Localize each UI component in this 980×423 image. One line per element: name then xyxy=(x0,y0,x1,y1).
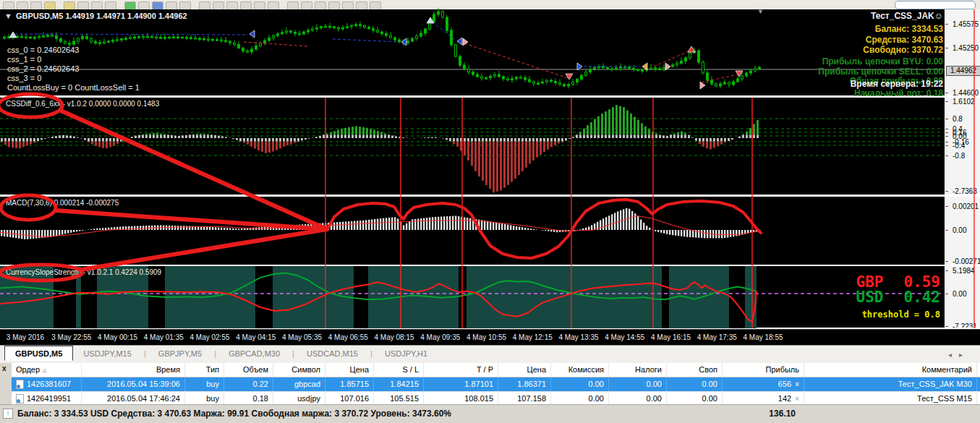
column-header[interactable]: Цена xyxy=(498,363,551,377)
tab-separator: | xyxy=(212,349,218,358)
chart-shift-icon[interactable]: ▼ xyxy=(757,8,764,15)
tab-separator: | xyxy=(290,349,297,358)
time-axis-label: 4 May 05:35 xyxy=(278,333,326,341)
column-header[interactable]: Ордер ▵ xyxy=(12,363,82,377)
order-cell: buy xyxy=(185,377,224,391)
account-info-line: Прибыль цепочки SELL: 0.00 xyxy=(818,67,943,77)
account-info-line: Тест_CSS_JAK☺ xyxy=(871,11,943,21)
column-header[interactable]: Налоги xyxy=(609,363,667,377)
order-cell: 0.00 xyxy=(667,377,723,391)
scale-tick-label: 1.6102 xyxy=(953,98,975,106)
close-terminal-button[interactable]: x xyxy=(2,364,7,372)
order-cell: 1.86371 xyxy=(498,377,551,391)
column-header[interactable]: Объем xyxy=(224,363,273,377)
search-input[interactable] xyxy=(895,1,976,9)
order-cell: 1.85715 xyxy=(325,377,374,391)
time-axis-label: 4 May 12:15 xyxy=(508,333,556,341)
time-axis-label: 4 May 18:55 xyxy=(739,333,787,341)
time-axis-label: 4 May 04:15 xyxy=(232,333,280,341)
account-summary: Баланс: 3 334.53 USD Средства: 3 470.63 … xyxy=(17,409,451,419)
time-axis-label: 4 May 13:35 xyxy=(555,333,602,341)
scale-tick-label: -0.4 xyxy=(953,142,965,150)
scale-tick-label: 1.45250 xyxy=(953,44,979,52)
scale-tick-label: 0.00201 xyxy=(953,202,979,210)
time-axis-label: 3 May 2016 xyxy=(1,333,49,341)
account-info-line: Свободно: 3370.72 xyxy=(863,45,943,55)
tab-scroll-arrows[interactable]: ◂▸ xyxy=(948,351,970,359)
account-info-line: Прибыль цепочки BYU: 0.00 xyxy=(822,56,943,67)
account-info-line: Средства: 3470.63 xyxy=(866,35,943,45)
time-axis-label: 4 May 02:55 xyxy=(186,333,234,341)
column-header[interactable]: Прибыль xyxy=(723,363,804,377)
connection-status-icon: ↑ xyxy=(3,409,13,419)
column-header[interactable]: T / P xyxy=(424,363,498,377)
orders-table: Ордер ▵ВремяТипОбъемСимволЦенаS / LT / P… xyxy=(12,363,980,406)
time-axis-label: 4 May 16:15 xyxy=(647,333,695,341)
column-header[interactable]: Время xyxy=(82,363,185,377)
chart-tab-usdjpy-m15[interactable]: USDJPY,M15 xyxy=(73,346,141,360)
account-info-line: Начальный лот: 0.18 xyxy=(854,88,943,98)
macd-label: MACD(7,30,6) 0.000214 -0.000275 xyxy=(6,199,119,207)
time-axis-label: 4 May 10:55 xyxy=(463,333,511,341)
order-cell: 1.84215 xyxy=(374,377,424,391)
threshold-label: threshold = 0.8 xyxy=(788,309,940,320)
tab-separator: | xyxy=(368,349,375,358)
toolbar xyxy=(0,0,980,10)
terminal-panel: x Ордер ▵ВремяТипОбъемСимволЦенаS / LT /… xyxy=(0,363,980,423)
column-header[interactable]: Тип xyxy=(185,363,224,377)
order-doc-icon xyxy=(16,380,24,389)
window-collapse-icon[interactable]: ▼ xyxy=(4,12,12,20)
table-header-row: Ордер ▵ВремяТипОбъемСимволЦенаS / LT / P… xyxy=(12,363,980,377)
chart-tab-usdcad-m15[interactable]: USDCAD,M15 xyxy=(297,346,368,360)
column-header[interactable]: Комментарий xyxy=(804,363,977,377)
status-bar: ↑ Баланс: 3 334.53 USD Средства: 3 470.6… xyxy=(0,404,980,423)
order-cell: 656× xyxy=(723,377,804,391)
scale-tick-label: 0.00 xyxy=(953,290,966,298)
total-profit: 136.10 xyxy=(723,409,796,419)
order-cell: 0.00 xyxy=(551,377,609,391)
indicator-info-line: css_0 = 0.24602643 xyxy=(7,46,79,54)
close-order-button[interactable]: × xyxy=(795,395,799,403)
order-cell: gbpcad xyxy=(273,377,325,391)
scale-tick-label: 0.8 xyxy=(953,115,963,123)
pane-separator[interactable] xyxy=(0,195,980,197)
column-header[interactable]: Своп xyxy=(667,363,723,377)
column-header[interactable]: S / L xyxy=(374,363,424,377)
sort-icon: ▵ xyxy=(43,363,47,377)
pane-separator[interactable] xyxy=(0,95,980,98)
time-axis-label: 3 May 22:55 xyxy=(48,333,95,341)
chart-tab-gbpusd-m5[interactable]: GBPUSD,M5 xyxy=(4,346,73,361)
order-cell: Тест_CSS_JAK M30 xyxy=(804,377,977,391)
time-axis[interactable]: 3 May 20163 May 22:554 May 00:154 May 01… xyxy=(0,329,980,346)
current-price-box: 1.44962 xyxy=(946,66,980,76)
time-axis-label: 4 May 09:35 xyxy=(417,333,464,341)
chart-tab-gbpcad-m30[interactable]: GBPCAD,M30 xyxy=(218,346,290,360)
indicator-info-line: css_3 = 0 xyxy=(7,74,41,82)
time-axis-label: 4 May 17:35 xyxy=(693,333,741,341)
order-row[interactable]: 14263816072016.05.04 15:39:06buy0.22gbpc… xyxy=(12,377,980,392)
indicator-info-line: css_1 = 0 xyxy=(7,55,41,64)
time-axis-label: 4 May 00:15 xyxy=(94,333,142,341)
indicator-info-line: css_2 = 0.24602643 xyxy=(7,64,79,73)
scale-tick-label: 5.1984 xyxy=(953,267,975,275)
pane-separator[interactable] xyxy=(0,265,980,266)
chart-tab-gbpjpy-m5[interactable]: GBPJPY,M5 xyxy=(148,346,212,360)
order-cell: 2016.05.04 15:39:06 xyxy=(82,377,185,391)
scale-tick-label: 0.00 xyxy=(953,226,966,234)
column-header[interactable]: Цена xyxy=(325,363,374,377)
chart-tabs: ◂▸ GBPUSD,M5USDJPY,M15 | GBPJPY,M5 | GBP… xyxy=(0,345,980,364)
cssdiff-label: CSSDiff_0.6_6xx - v1.0.2 0.0000 0.0000 0… xyxy=(6,100,159,108)
scale-tick-label: -0.8 xyxy=(953,152,965,160)
chart-tab-usdjpy-h1[interactable]: USDJPY,H1 xyxy=(375,346,438,360)
column-header[interactable]: Комиссия xyxy=(551,363,609,377)
usd-strength-value: USD0.42 xyxy=(796,289,940,306)
scale-tick-label: 1.45575 xyxy=(953,20,979,28)
order-cell: 0.00 xyxy=(609,377,667,391)
column-header[interactable]: Символ xyxy=(273,363,325,377)
tab-scroll-left-icon: ◂ xyxy=(948,351,959,359)
account-info-line: Баланс: 3334.53 xyxy=(875,24,943,34)
mt4-terminal: 1.455751.452501.446001.61020.80.40.160.0… xyxy=(0,0,980,423)
close-order-button[interactable]: × xyxy=(795,380,799,388)
time-axis-label: 4 May 14:55 xyxy=(601,333,649,341)
order-cell: 1426381607 xyxy=(12,377,82,391)
